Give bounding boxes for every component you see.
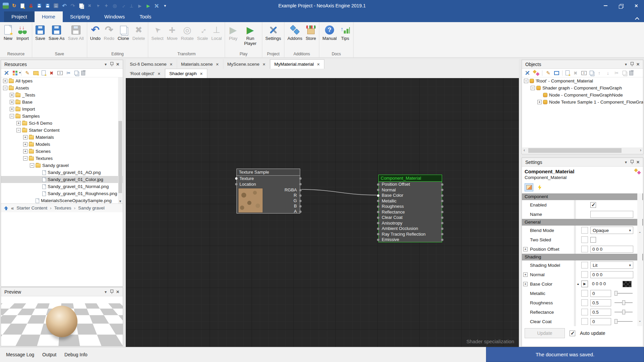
collapse-toggle[interactable]: [30, 163, 34, 168]
close-tab-icon[interactable]: [263, 62, 266, 67]
name-input[interactable]: [590, 211, 633, 218]
scroll-left-icon[interactable]: ‹: [524, 148, 525, 153]
input-port-ambient-occlusion[interactable]: Ambient Occlusion: [379, 226, 442, 232]
cut-icon[interactable]: [614, 70, 620, 76]
metallic-slider[interactable]: [614, 293, 633, 294]
paste-icon[interactable]: [81, 71, 85, 75]
move-button[interactable]: Move: [165, 23, 179, 42]
close-icon[interactable]: [635, 61, 641, 67]
tab-windows[interactable]: Windows: [97, 11, 132, 22]
reference-arrow-button[interactable]: [581, 281, 588, 287]
output-port-a[interactable]: A: [263, 209, 300, 214]
settings-icon[interactable]: [525, 70, 530, 76]
tree-item[interactable]: Scenes: [1, 148, 123, 155]
delete-icon[interactable]: [573, 70, 578, 76]
tree-item[interactable]: Node - Component_FlowGraphNode: [522, 92, 643, 99]
minimize-button[interactable]: [598, 0, 613, 11]
tab-myscene-scene[interactable]: MyScene.scene: [223, 59, 270, 69]
scale-button[interactable]: Scale: [195, 23, 210, 42]
tree-item[interactable]: Shader graph - Component_FlowGraph: [522, 84, 643, 92]
play-button[interactable]: Play: [226, 23, 240, 42]
slider-thumb[interactable]: [622, 310, 625, 314]
tab-mymaterial-material[interactable]: MyMaterial.material: [270, 59, 324, 69]
open-window-icon[interactable]: [554, 71, 559, 75]
port-dot[interactable]: [299, 189, 302, 191]
settings-icon[interactable]: [154, 3, 160, 9]
material-preview-viewport[interactable]: [1, 296, 123, 346]
default-flag-box[interactable]: [581, 236, 588, 243]
port-dot[interactable]: [299, 177, 302, 180]
port-dot[interactable]: [299, 183, 302, 185]
output-port-b[interactable]: B: [263, 203, 300, 209]
port-dot[interactable]: [299, 205, 302, 207]
panel-menu-icon[interactable]: [623, 159, 629, 165]
select-button[interactable]: Select: [150, 23, 165, 42]
redo-button[interactable]: Redo: [102, 23, 116, 42]
rotate-icon[interactable]: [112, 3, 118, 9]
tree-item[interactable]: Sandy_gravel_01_Roughness.png: [1, 190, 123, 197]
pin-icon[interactable]: [629, 61, 635, 67]
slider-thumb[interactable]: [614, 319, 618, 324]
default-flag-box[interactable]: [581, 318, 588, 325]
scroll-up-icon[interactable]: ⌃: [637, 231, 642, 236]
expand-toggle[interactable]: [23, 149, 28, 154]
expand-toggle[interactable]: [23, 142, 28, 146]
breadcrumb-item[interactable]: Textures: [54, 205, 71, 210]
node-component-material[interactable]: Component_Material Position Offset Norma…: [378, 175, 442, 242]
clone-icon[interactable]: [78, 3, 84, 9]
grid-scrollbar[interactable]: ⌃ ⌄: [637, 193, 642, 326]
input-port-emissive[interactable]: Emissive: [379, 237, 442, 243]
pin-icon[interactable]: [109, 61, 115, 67]
save-as-button[interactable]: Save As: [47, 23, 66, 42]
tab-project[interactable]: Project: [4, 11, 35, 22]
port-dot[interactable]: [377, 217, 379, 219]
scroll-down-icon[interactable]: ⌄: [637, 318, 642, 323]
run-player-button[interactable]: Run Player: [240, 23, 261, 47]
close-icon[interactable]: [635, 159, 641, 165]
port-dot[interactable]: [441, 239, 443, 241]
tree-item[interactable]: Sandy gravel: [1, 162, 123, 169]
panel-menu-icon[interactable]: [623, 61, 629, 67]
addons-button[interactable]: Addons: [286, 23, 304, 42]
tree-item[interactable]: Starter Content: [1, 127, 123, 134]
port-dot[interactable]: [377, 239, 379, 241]
panel-menu-icon[interactable]: [103, 61, 109, 67]
tree-item[interactable]: _Tests: [1, 92, 123, 99]
position-offset-input[interactable]: 0 0 0: [590, 246, 633, 253]
input-port-anisotropy[interactable]: Anisotropy: [379, 221, 442, 226]
port-dot[interactable]: [377, 233, 379, 235]
panel-menu-icon[interactable]: [103, 289, 109, 295]
undo-button[interactable]: Undo: [89, 23, 102, 42]
default-flag-box[interactable]: [581, 262, 588, 268]
shader-graph-canvas[interactable]: Texture Sample Texture Location RGBA R G…: [126, 78, 519, 347]
tree-item[interactable]: Textures: [1, 155, 123, 162]
tree-item[interactable]: Models: [1, 141, 123, 148]
close-tab-icon[interactable]: [170, 62, 173, 67]
save-as-icon[interactable]: [45, 3, 51, 9]
save-all-button[interactable]: Save All: [66, 23, 86, 42]
tree-item[interactable]: Base: [1, 99, 123, 106]
shading-model-dropdown[interactable]: Lit: [590, 261, 633, 269]
close-tab-icon[interactable]: [200, 71, 203, 76]
relations-icon[interactable]: [635, 169, 640, 174]
default-flag-box[interactable]: [581, 246, 588, 252]
duplicate-icon[interactable]: [590, 71, 593, 75]
new-resource-icon[interactable]: [42, 70, 46, 75]
paste-icon[interactable]: [629, 71, 633, 75]
settings-button[interactable]: Settings: [264, 23, 283, 42]
output-port-rgba[interactable]: RGBA: [263, 187, 300, 193]
cut-icon[interactable]: [66, 70, 71, 76]
port-dot[interactable]: [299, 194, 302, 197]
reflectance-input[interactable]: 0.5: [590, 309, 611, 316]
pin-icon[interactable]: [109, 289, 115, 295]
port-dot[interactable]: [377, 222, 379, 224]
scroll-right-icon[interactable]: ›: [640, 148, 641, 153]
collapse-toggle[interactable]: [16, 128, 21, 132]
move-icon[interactable]: [103, 3, 109, 9]
tab-output[interactable]: Output: [39, 350, 60, 359]
default-flag-box[interactable]: [581, 227, 588, 234]
node-texture-sample[interactable]: Texture Sample Texture Location RGBA R G…: [236, 169, 300, 214]
port-dot[interactable]: [377, 183, 379, 186]
tree-item[interactable]: Import: [1, 106, 123, 113]
tree-item[interactable]: 'Root' - Component_Material: [522, 77, 643, 84]
